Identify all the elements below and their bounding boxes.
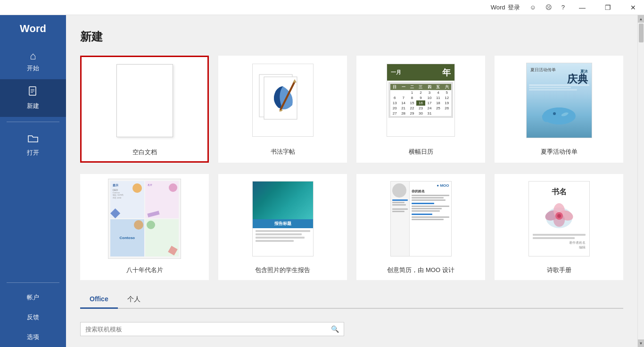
- login-button[interactable]: 登录: [505, 3, 523, 12]
- content-area: 新建 空白文档: [66, 15, 637, 347]
- template-report-label: 包含照片的学生报告: [255, 262, 310, 279]
- sidebar-bottom: 帐户 反馈 选项: [0, 278, 66, 347]
- template-poetry-label: 诗歌手册: [547, 262, 571, 279]
- report-photo: [253, 182, 313, 219]
- poetry-preview: 书名: [528, 181, 590, 256]
- svg-point-9: [551, 107, 568, 124]
- sidebar-feedback[interactable]: 反馈: [0, 307, 66, 327]
- template-grid-row2: 提示 CEO Contoso地址: 5678号市区 1234 名片 Co: [80, 174, 623, 280]
- template-resume-thumb: ● MOO 你的姓名: [357, 175, 484, 262]
- flyer-preview: 夏日活动传单 夏沐 庆典: [526, 63, 592, 138]
- search-container: 🔍: [80, 315, 623, 336]
- sidebar-divider: [7, 122, 59, 122]
- titlebar: Word 登录 ☺ ☹ ? — ❐ ✕: [0, 0, 644, 15]
- template-blank-thumb: [82, 57, 207, 144]
- titlebar-controls: 登录 ☺ ☹ ? — ❐ ✕: [505, 0, 644, 15]
- new-doc-icon: [27, 86, 39, 99]
- sidebar-bottom-divider: [7, 282, 59, 283]
- scrollbar-down[interactable]: ▼: [638, 339, 644, 347]
- sad-icon[interactable]: ☹: [543, 4, 555, 11]
- app-body: Word ⌂ 开始 新建 打开: [0, 15, 644, 347]
- template-blank-label: 空白文档: [132, 144, 157, 161]
- titlebar-title: Word: [491, 4, 505, 11]
- template-flyer[interactable]: 夏日活动传单 夏沐 庆典: [495, 56, 623, 163]
- poetry-title-text: 书名: [552, 187, 567, 197]
- page-title: 新建: [80, 29, 623, 44]
- svg-point-10: [553, 112, 556, 115]
- template-flyer-label: 夏季活动传单: [541, 144, 578, 161]
- scrollbar-up[interactable]: ▲: [638, 15, 644, 23]
- sidebar-item-home[interactable]: ⌂ 开始: [0, 44, 66, 79]
- resume-preview: ● MOO 你的姓名: [390, 181, 452, 256]
- sidebar-item-new-label: 新建: [27, 102, 39, 110]
- tab-office[interactable]: Office: [80, 291, 118, 309]
- template-report-thumb: 报告标题: [219, 175, 346, 262]
- scrollbar-thumb[interactable]: [639, 24, 644, 42]
- report-preview: 报告标题: [252, 181, 314, 256]
- template-calligraphy-label: 书法字帖: [271, 144, 295, 161]
- template-resume[interactable]: ● MOO 你的姓名: [356, 174, 485, 280]
- help-button[interactable]: ?: [559, 4, 568, 11]
- search-bar: 🔍: [80, 322, 344, 336]
- calendar-header: 一月 年: [387, 64, 454, 81]
- sidebar-item-new[interactable]: 新建: [0, 79, 66, 117]
- home-icon: ⌂: [30, 51, 36, 61]
- sidebar-app-title: Word: [0, 15, 66, 44]
- open-icon: [27, 133, 39, 146]
- card80s-preview: 提示 CEO Contoso地址: 5678号市区 1234 名片 Co: [108, 179, 181, 259]
- template-calendar-label: 横幅日历: [409, 144, 433, 161]
- template-resume-label: 创意简历，由 MOO 设计: [387, 262, 454, 279]
- template-report[interactable]: 报告标题 包含照片的学生报告: [218, 174, 347, 280]
- calendar-preview: 一月 年 日一二三四五六 12345 6789101112 1314151617…: [387, 64, 455, 137]
- resume-right-col: ● MOO 你的姓名: [410, 182, 451, 256]
- template-poetry[interactable]: 书名: [495, 174, 623, 280]
- sidebar-account[interactable]: 帐户: [0, 288, 66, 307]
- scrollbar-track: ▲ ▼: [637, 15, 644, 347]
- template-flyer-thumb: 夏日活动传单 夏沐 庆典: [495, 57, 622, 144]
- tab-personal[interactable]: 个人: [118, 291, 150, 309]
- template-card80s[interactable]: 提示 CEO Contoso地址: 5678号市区 1234 名片 Co: [80, 174, 209, 280]
- template-calendar[interactable]: 一月 年 日一二三四五六 12345 6789101112 1314151617…: [356, 56, 485, 163]
- template-calligraphy[interactable]: 书法字帖: [218, 56, 347, 163]
- sidebar-item-open[interactable]: 打开: [0, 127, 66, 164]
- template-blank[interactable]: 空白文档: [80, 56, 209, 163]
- template-calendar-thumb: 一月 年 日一二三四五六 12345 6789101112 1314151617…: [357, 57, 484, 144]
- minimize-button[interactable]: —: [571, 0, 593, 15]
- template-card80s-thumb: 提示 CEO Contoso地址: 5678号市区 1234 名片 Co: [81, 175, 208, 262]
- close-button[interactable]: ✕: [622, 0, 644, 15]
- template-card80s-label: 八十年代名片: [126, 262, 163, 279]
- template-poetry-thumb: 书名: [495, 175, 622, 262]
- svg-point-17: [557, 214, 561, 218]
- search-icon[interactable]: 🔍: [331, 325, 339, 333]
- template-grid-row1: 空白文档: [80, 56, 623, 163]
- sidebar-item-home-label: 开始: [27, 64, 39, 73]
- sidebar-options[interactable]: 选项: [0, 327, 66, 347]
- search-input[interactable]: [85, 326, 331, 333]
- restore-button[interactable]: ❐: [597, 0, 619, 15]
- calligraphy-preview: [252, 64, 314, 137]
- smiley-icon[interactable]: ☺: [527, 4, 538, 11]
- blank-doc-preview: [116, 64, 173, 137]
- sidebar-item-open-label: 打开: [27, 149, 39, 157]
- resume-left-col: [391, 182, 410, 256]
- sidebar: Word ⌂ 开始 新建 打开: [0, 15, 66, 347]
- bottom-section: Office 个人 🔍: [80, 291, 623, 336]
- tab-bar: Office 个人: [80, 291, 623, 309]
- template-calligraphy-thumb: [219, 57, 346, 144]
